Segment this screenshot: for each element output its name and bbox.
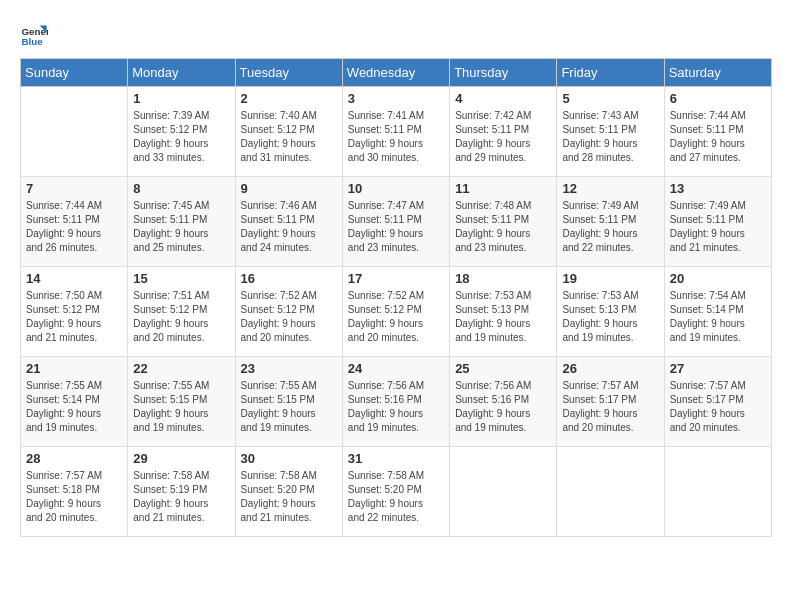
calendar-cell: 23Sunrise: 7:55 AM Sunset: 5:15 PM Dayli… [235, 357, 342, 447]
day-number: 11 [455, 181, 551, 196]
calendar-cell: 7Sunrise: 7:44 AM Sunset: 5:11 PM Daylig… [21, 177, 128, 267]
calendar-cell: 14Sunrise: 7:50 AM Sunset: 5:12 PM Dayli… [21, 267, 128, 357]
day-info: Sunrise: 7:53 AM Sunset: 5:13 PM Dayligh… [455, 289, 551, 345]
day-info: Sunrise: 7:44 AM Sunset: 5:11 PM Dayligh… [670, 109, 766, 165]
day-info: Sunrise: 7:50 AM Sunset: 5:12 PM Dayligh… [26, 289, 122, 345]
day-info: Sunrise: 7:41 AM Sunset: 5:11 PM Dayligh… [348, 109, 444, 165]
calendar-cell: 3Sunrise: 7:41 AM Sunset: 5:11 PM Daylig… [342, 87, 449, 177]
day-number: 22 [133, 361, 229, 376]
day-info: Sunrise: 7:49 AM Sunset: 5:11 PM Dayligh… [562, 199, 658, 255]
day-number: 13 [670, 181, 766, 196]
calendar-cell: 25Sunrise: 7:56 AM Sunset: 5:16 PM Dayli… [450, 357, 557, 447]
calendar-cell: 16Sunrise: 7:52 AM Sunset: 5:12 PM Dayli… [235, 267, 342, 357]
day-info: Sunrise: 7:55 AM Sunset: 5:14 PM Dayligh… [26, 379, 122, 435]
day-info: Sunrise: 7:56 AM Sunset: 5:16 PM Dayligh… [348, 379, 444, 435]
day-number: 12 [562, 181, 658, 196]
calendar-cell: 26Sunrise: 7:57 AM Sunset: 5:17 PM Dayli… [557, 357, 664, 447]
day-number: 1 [133, 91, 229, 106]
page-header: General Blue [20, 20, 772, 48]
day-info: Sunrise: 7:58 AM Sunset: 5:20 PM Dayligh… [241, 469, 337, 525]
calendar-cell: 13Sunrise: 7:49 AM Sunset: 5:11 PM Dayli… [664, 177, 771, 267]
calendar-cell [450, 447, 557, 537]
calendar-cell: 20Sunrise: 7:54 AM Sunset: 5:14 PM Dayli… [664, 267, 771, 357]
day-info: Sunrise: 7:56 AM Sunset: 5:16 PM Dayligh… [455, 379, 551, 435]
calendar-week-row: 21Sunrise: 7:55 AM Sunset: 5:14 PM Dayli… [21, 357, 772, 447]
calendar-cell: 2Sunrise: 7:40 AM Sunset: 5:12 PM Daylig… [235, 87, 342, 177]
logo-icon: General Blue [20, 20, 48, 48]
day-number: 15 [133, 271, 229, 286]
calendar-cell: 8Sunrise: 7:45 AM Sunset: 5:11 PM Daylig… [128, 177, 235, 267]
day-info: Sunrise: 7:57 AM Sunset: 5:17 PM Dayligh… [562, 379, 658, 435]
calendar-cell: 18Sunrise: 7:53 AM Sunset: 5:13 PM Dayli… [450, 267, 557, 357]
col-sunday: Sunday [21, 59, 128, 87]
day-info: Sunrise: 7:43 AM Sunset: 5:11 PM Dayligh… [562, 109, 658, 165]
day-info: Sunrise: 7:52 AM Sunset: 5:12 PM Dayligh… [348, 289, 444, 345]
day-number: 26 [562, 361, 658, 376]
calendar-cell: 1Sunrise: 7:39 AM Sunset: 5:12 PM Daylig… [128, 87, 235, 177]
calendar-cell: 10Sunrise: 7:47 AM Sunset: 5:11 PM Dayli… [342, 177, 449, 267]
calendar-cell: 28Sunrise: 7:57 AM Sunset: 5:18 PM Dayli… [21, 447, 128, 537]
day-number: 16 [241, 271, 337, 286]
day-info: Sunrise: 7:51 AM Sunset: 5:12 PM Dayligh… [133, 289, 229, 345]
col-saturday: Saturday [664, 59, 771, 87]
day-number: 6 [670, 91, 766, 106]
day-info: Sunrise: 7:55 AM Sunset: 5:15 PM Dayligh… [133, 379, 229, 435]
day-number: 10 [348, 181, 444, 196]
day-number: 20 [670, 271, 766, 286]
day-info: Sunrise: 7:57 AM Sunset: 5:18 PM Dayligh… [26, 469, 122, 525]
calendar-cell: 24Sunrise: 7:56 AM Sunset: 5:16 PM Dayli… [342, 357, 449, 447]
day-info: Sunrise: 7:39 AM Sunset: 5:12 PM Dayligh… [133, 109, 229, 165]
col-friday: Friday [557, 59, 664, 87]
calendar-cell: 9Sunrise: 7:46 AM Sunset: 5:11 PM Daylig… [235, 177, 342, 267]
col-tuesday: Tuesday [235, 59, 342, 87]
day-info: Sunrise: 7:52 AM Sunset: 5:12 PM Dayligh… [241, 289, 337, 345]
calendar-cell: 4Sunrise: 7:42 AM Sunset: 5:11 PM Daylig… [450, 87, 557, 177]
calendar-cell: 6Sunrise: 7:44 AM Sunset: 5:11 PM Daylig… [664, 87, 771, 177]
day-info: Sunrise: 7:53 AM Sunset: 5:13 PM Dayligh… [562, 289, 658, 345]
day-number: 30 [241, 451, 337, 466]
day-info: Sunrise: 7:45 AM Sunset: 5:11 PM Dayligh… [133, 199, 229, 255]
calendar-cell: 5Sunrise: 7:43 AM Sunset: 5:11 PM Daylig… [557, 87, 664, 177]
day-info: Sunrise: 7:47 AM Sunset: 5:11 PM Dayligh… [348, 199, 444, 255]
calendar-cell: 12Sunrise: 7:49 AM Sunset: 5:11 PM Dayli… [557, 177, 664, 267]
day-number: 25 [455, 361, 551, 376]
calendar-week-row: 28Sunrise: 7:57 AM Sunset: 5:18 PM Dayli… [21, 447, 772, 537]
logo: General Blue [20, 20, 48, 48]
calendar-cell [557, 447, 664, 537]
calendar-table: Sunday Monday Tuesday Wednesday Thursday… [20, 58, 772, 537]
calendar-cell: 17Sunrise: 7:52 AM Sunset: 5:12 PM Dayli… [342, 267, 449, 357]
day-info: Sunrise: 7:49 AM Sunset: 5:11 PM Dayligh… [670, 199, 766, 255]
calendar-cell: 15Sunrise: 7:51 AM Sunset: 5:12 PM Dayli… [128, 267, 235, 357]
col-wednesday: Wednesday [342, 59, 449, 87]
svg-text:Blue: Blue [21, 36, 43, 47]
col-monday: Monday [128, 59, 235, 87]
day-number: 4 [455, 91, 551, 106]
calendar-cell: 30Sunrise: 7:58 AM Sunset: 5:20 PM Dayli… [235, 447, 342, 537]
day-info: Sunrise: 7:44 AM Sunset: 5:11 PM Dayligh… [26, 199, 122, 255]
day-info: Sunrise: 7:48 AM Sunset: 5:11 PM Dayligh… [455, 199, 551, 255]
day-number: 23 [241, 361, 337, 376]
calendar-cell: 31Sunrise: 7:58 AM Sunset: 5:20 PM Dayli… [342, 447, 449, 537]
day-info: Sunrise: 7:54 AM Sunset: 5:14 PM Dayligh… [670, 289, 766, 345]
day-number: 24 [348, 361, 444, 376]
day-info: Sunrise: 7:46 AM Sunset: 5:11 PM Dayligh… [241, 199, 337, 255]
calendar-cell: 21Sunrise: 7:55 AM Sunset: 5:14 PM Dayli… [21, 357, 128, 447]
day-info: Sunrise: 7:58 AM Sunset: 5:19 PM Dayligh… [133, 469, 229, 525]
calendar-week-row: 14Sunrise: 7:50 AM Sunset: 5:12 PM Dayli… [21, 267, 772, 357]
day-number: 17 [348, 271, 444, 286]
day-info: Sunrise: 7:57 AM Sunset: 5:17 PM Dayligh… [670, 379, 766, 435]
calendar-cell: 29Sunrise: 7:58 AM Sunset: 5:19 PM Dayli… [128, 447, 235, 537]
calendar-cell: 11Sunrise: 7:48 AM Sunset: 5:11 PM Dayli… [450, 177, 557, 267]
day-number: 21 [26, 361, 122, 376]
day-number: 5 [562, 91, 658, 106]
day-number: 2 [241, 91, 337, 106]
day-number: 31 [348, 451, 444, 466]
day-info: Sunrise: 7:40 AM Sunset: 5:12 PM Dayligh… [241, 109, 337, 165]
calendar-week-row: 7Sunrise: 7:44 AM Sunset: 5:11 PM Daylig… [21, 177, 772, 267]
calendar-cell: 27Sunrise: 7:57 AM Sunset: 5:17 PM Dayli… [664, 357, 771, 447]
calendar-header-row: Sunday Monday Tuesday Wednesday Thursday… [21, 59, 772, 87]
calendar-week-row: 1Sunrise: 7:39 AM Sunset: 5:12 PM Daylig… [21, 87, 772, 177]
day-info: Sunrise: 7:58 AM Sunset: 5:20 PM Dayligh… [348, 469, 444, 525]
day-info: Sunrise: 7:55 AM Sunset: 5:15 PM Dayligh… [241, 379, 337, 435]
calendar-cell: 22Sunrise: 7:55 AM Sunset: 5:15 PM Dayli… [128, 357, 235, 447]
